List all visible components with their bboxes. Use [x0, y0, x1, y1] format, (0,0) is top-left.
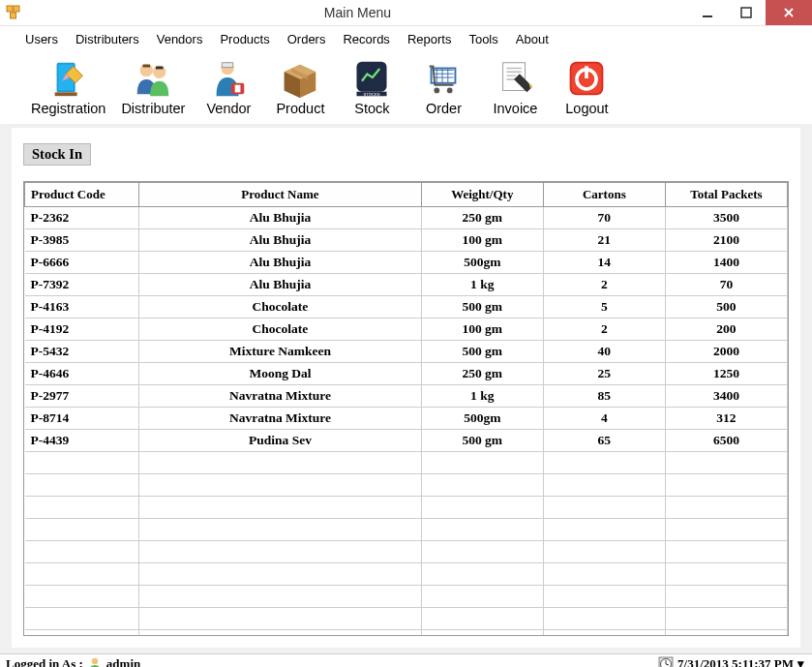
toolbar-registration[interactable]: Registration	[25, 54, 111, 118]
col-header-total-packets[interactable]: Total Packets	[665, 183, 787, 207]
cell[interactable]: 6500	[665, 430, 787, 452]
toolbar-stock[interactable]: STOCKS Stock	[338, 54, 406, 118]
menu-reports[interactable]: Reports	[407, 32, 452, 46]
table-row[interactable]: P-3985Alu Bhujia100 gm212100	[25, 229, 788, 252]
cell-empty	[25, 608, 139, 630]
cell[interactable]: Navratna Mixture	[139, 385, 422, 408]
maximize-button[interactable]	[727, 0, 766, 25]
cell[interactable]: P-3985	[25, 229, 139, 252]
col-header-product-code[interactable]: Product Code	[25, 183, 139, 207]
login-user: admin	[106, 656, 140, 667]
svg-rect-3	[703, 15, 712, 17]
toolbar-product[interactable]: Product	[266, 54, 334, 118]
cell[interactable]: Alu Bhujia	[139, 229, 422, 252]
minimize-button[interactable]	[688, 0, 727, 25]
table-row[interactable]: P-4163Chocolate500 gm5500	[25, 296, 788, 318]
cell[interactable]: Chocolate	[139, 296, 422, 318]
cell[interactable]: 85	[543, 385, 665, 408]
cell[interactable]: 200	[665, 318, 787, 341]
table-row[interactable]: P-4439Pudina Sev500 gm656500	[25, 430, 788, 452]
cell[interactable]: 4	[543, 408, 665, 430]
cell[interactable]: 3500	[665, 207, 787, 229]
toolbar-invoice[interactable]: Invoice	[481, 54, 549, 118]
toolbar-distributer[interactable]: Distributer	[115, 54, 191, 118]
stock-grid[interactable]: Product Code Product Name Weight/Qty Car…	[23, 181, 789, 636]
status-datetime-arrow[interactable]: ▾	[797, 656, 804, 667]
menu-records[interactable]: Records	[343, 32, 389, 46]
col-header-product-name[interactable]: Product Name	[139, 183, 422, 207]
table-row[interactable]: P-2362Alu Bhujia250 gm703500	[25, 207, 788, 229]
cell[interactable]: P-6666	[25, 252, 139, 274]
toolbar-vendor[interactable]: Vendor	[195, 54, 262, 118]
menubar: Users Distributers Vendors Products Orde…	[0, 25, 812, 52]
cell[interactable]: P-4163	[25, 296, 139, 318]
cell[interactable]: Pudina Sev	[139, 430, 422, 452]
table-row[interactable]: P-5432Mixture Namkeen500 gm402000	[25, 341, 788, 363]
menu-orders[interactable]: Orders	[287, 32, 326, 46]
cell[interactable]: 21	[543, 229, 665, 252]
cell[interactable]: Alu Bhujia	[139, 252, 422, 274]
cell[interactable]: P-2362	[25, 207, 139, 229]
cell[interactable]: 2	[543, 318, 665, 341]
cell[interactable]: P-4439	[25, 430, 139, 452]
cell[interactable]: 312	[665, 408, 787, 430]
vendor-icon	[206, 56, 251, 101]
col-header-weight-qty[interactable]: Weight/Qty	[421, 183, 543, 207]
cell[interactable]: 70	[665, 274, 787, 296]
cell[interactable]: 5	[543, 296, 665, 318]
cell[interactable]: 2000	[665, 341, 787, 363]
cell[interactable]: 14	[543, 252, 665, 274]
close-button[interactable]	[766, 0, 812, 25]
table-row[interactable]: P-4192Chocolate100 gm2200	[25, 318, 788, 341]
cell[interactable]: Mixture Namkeen	[139, 341, 422, 363]
cell[interactable]: 3400	[665, 385, 787, 408]
cell[interactable]: 1250	[665, 363, 787, 385]
cell[interactable]: 250 gm	[421, 363, 543, 385]
cell[interactable]: 2	[543, 274, 665, 296]
cell[interactable]: 1 kg	[421, 385, 543, 408]
table-row[interactable]: P-8714Navratna Mixture500gm4312	[25, 408, 788, 430]
cell[interactable]: P-5432	[25, 341, 139, 363]
menu-products[interactable]: Products	[220, 32, 269, 46]
cell[interactable]: 70	[543, 207, 665, 229]
cell[interactable]: 100 gm	[421, 229, 543, 252]
cell[interactable]: P-4646	[25, 363, 139, 385]
menu-distributers[interactable]: Distributers	[75, 32, 139, 46]
menu-about[interactable]: About	[516, 32, 549, 46]
cell[interactable]: 500 gm	[421, 341, 543, 363]
cell[interactable]: P-7392	[25, 274, 139, 296]
table-row[interactable]: P-6666Alu Bhujia500gm141400	[25, 252, 788, 274]
cell[interactable]: 100 gm	[421, 318, 543, 341]
cell[interactable]: 500gm	[421, 408, 543, 430]
cell[interactable]: 500	[665, 296, 787, 318]
cell[interactable]: 1400	[665, 252, 787, 274]
cell[interactable]: 2100	[665, 229, 787, 252]
menu-vendors[interactable]: Vendors	[157, 32, 203, 46]
table-row[interactable]: P-7392Alu Bhujia1 kg270	[25, 274, 788, 296]
col-header-cartons[interactable]: Cartons	[543, 183, 665, 207]
cell-empty	[421, 474, 543, 497]
menu-tools[interactable]: Tools	[468, 32, 497, 46]
cell[interactable]: Navratna Mixture	[139, 408, 422, 430]
toolbar-logout[interactable]: Logout	[553, 54, 620, 118]
cell[interactable]: Alu Bhujia	[139, 207, 422, 229]
cell[interactable]: P-4192	[25, 318, 139, 341]
cell[interactable]: 500gm	[421, 252, 543, 274]
cell[interactable]: 500 gm	[421, 296, 543, 318]
cell[interactable]: 500 gm	[421, 430, 543, 452]
cell[interactable]: 250 gm	[421, 207, 543, 229]
cell[interactable]: P-2977	[25, 385, 139, 408]
cell[interactable]: 1 kg	[421, 274, 543, 296]
toolbar-order[interactable]: Order	[409, 54, 477, 118]
table-row[interactable]: P-2977Navratna Mixture1 kg853400	[25, 385, 788, 408]
menu-users[interactable]: Users	[25, 32, 58, 46]
cell[interactable]: Moong Dal	[139, 363, 422, 385]
cell-empty	[543, 608, 665, 630]
cell[interactable]: Alu Bhujia	[139, 274, 422, 296]
cell[interactable]: 65	[543, 430, 665, 452]
cell[interactable]: P-8714	[25, 408, 139, 430]
cell[interactable]: Chocolate	[139, 318, 422, 341]
cell[interactable]: 40	[543, 341, 665, 363]
table-row[interactable]: P-4646Moong Dal250 gm251250	[25, 363, 788, 385]
cell[interactable]: 25	[543, 363, 665, 385]
